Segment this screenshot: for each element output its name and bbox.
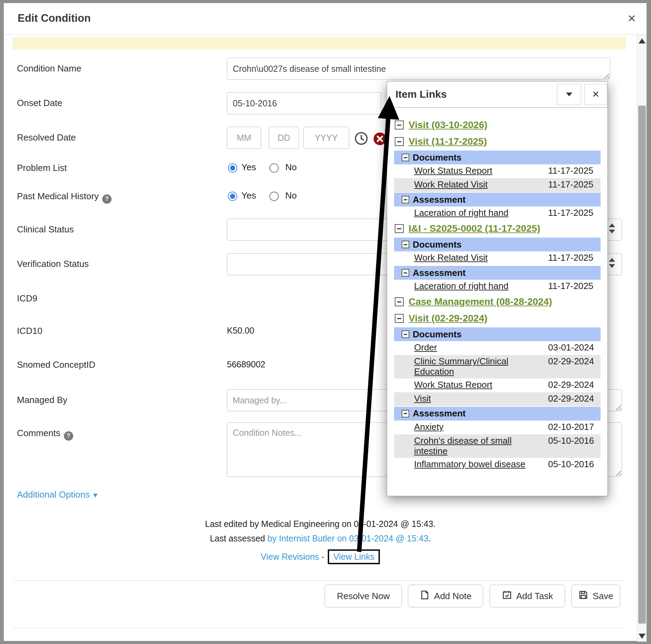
problem-list-yes-radio[interactable] [228, 163, 237, 173]
scrollbar-thumb[interactable] [638, 106, 646, 624]
tree-item-link[interactable]: Anxiety [414, 422, 443, 432]
scroll-down-icon[interactable] [639, 634, 645, 639]
linked-group-link[interactable]: Visit (02-29-2024) [409, 313, 487, 324]
onset-date-input[interactable] [227, 92, 381, 114]
save-button[interactable]: Save [571, 585, 620, 607]
resolved-month-input[interactable] [227, 127, 261, 149]
problem-list-no-radio[interactable] [269, 163, 279, 173]
tree-section-label: Assessment [413, 408, 466, 419]
add-note-button[interactable]: Add Note [408, 585, 483, 607]
collapse-icon[interactable] [395, 297, 404, 306]
last-assessed-suffix: . [428, 534, 431, 543]
linked-group-link[interactable]: I&I - S2025-0002 (11-17-2025) [409, 223, 540, 234]
help-icon[interactable]: ? [102, 194, 112, 204]
time-picker-icon[interactable] [354, 132, 368, 145]
select-stepper-icon[interactable] [609, 258, 616, 268]
condition-name-input[interactable] [227, 58, 610, 80]
linked-group-link[interactable]: Case Management (08-28-2024) [409, 296, 552, 307]
vertical-scrollbar[interactable] [637, 35, 647, 642]
tree-item-date: 11-17-2025 [548, 166, 601, 176]
help-icon[interactable]: ? [64, 431, 73, 441]
collapse-icon[interactable] [402, 269, 409, 277]
tree-item-date: 02-29-2024 [548, 356, 601, 367]
tree-section: DocumentsWork Status Report11-17-2025Wor… [394, 151, 601, 192]
tree-section-label: Documents [413, 152, 462, 163]
collapse-icon[interactable] [402, 410, 409, 417]
icd10-label: ICD10 [17, 326, 42, 336]
tree-root-row: Visit (11-17-2025) [394, 133, 601, 150]
tree-item-link[interactable]: Work Related Visit [414, 179, 488, 190]
past-medical-history-no-radio[interactable] [269, 192, 279, 201]
tree-item-name: Clinic Summary/Clinical Education [414, 356, 548, 377]
tree-item-link[interactable]: Crohn's disease of small intestine [414, 435, 511, 456]
past-medical-history-label: Past Medical History? [17, 191, 112, 204]
tree-section-label: Assessment [413, 268, 466, 278]
tree-root-row: Visit (03-10-2026) [394, 117, 601, 133]
tree-section: DocumentsOrder03-01-2024Clinic Summary/C… [394, 327, 601, 406]
item-links-title: Item Links [395, 88, 447, 100]
tree-section: AssessmentAnxiety02-10-2017Crohn's disea… [394, 407, 601, 472]
resolved-day-input[interactable] [269, 127, 299, 149]
divider [13, 628, 626, 628]
close-icon[interactable]: ✕ [628, 12, 636, 25]
item-links-tree: Visit (03-10-2026)Visit (11-17-2025)Docu… [387, 108, 607, 496]
collapse-icon[interactable] [395, 137, 404, 146]
onset-date-label: Onset Date [17, 98, 63, 108]
popup-close-button[interactable]: ✕ [584, 84, 607, 105]
tree-section-header: Assessment [394, 193, 601, 206]
tree-item-link[interactable]: Inflammatory bowel disease [414, 459, 525, 469]
resolved-year-input[interactable] [303, 127, 349, 149]
select-stepper-icon[interactable] [609, 223, 616, 233]
tree-section-items: Laceration of right hand11-17-2025 [394, 206, 601, 220]
tree-item-link[interactable]: Laceration of right hand [414, 281, 508, 291]
scroll-up-icon[interactable] [639, 38, 645, 44]
tree-item-row: Crohn's disease of small intestine05-10-… [394, 434, 601, 458]
add-note-label: Add Note [434, 591, 471, 602]
last-assessed-text: Last assessed by Internist Butler on 03-… [4, 534, 637, 544]
tree-item-row: Laceration of right hand11-17-2025 [394, 280, 601, 294]
tree-item-link[interactable]: Work Status Report [414, 379, 492, 390]
tree-group: Visit (11-17-2025)DocumentsWork Status R… [394, 133, 601, 220]
linked-group-link[interactable]: Visit (11-17-2025) [409, 136, 487, 147]
modal-title: Edit Condition [18, 12, 91, 25]
collapse-icon[interactable] [395, 121, 404, 129]
popup-collapse-button[interactable] [557, 84, 581, 105]
tree-item-link[interactable]: Visit [414, 393, 431, 404]
tree-item-link[interactable]: Order [414, 342, 437, 353]
tree-item-name: Visit [414, 394, 548, 404]
collapse-icon[interactable] [402, 241, 409, 248]
tree-section-header: Documents [394, 327, 601, 341]
snomed-label: Snomed ConceptID [17, 359, 95, 370]
collapse-icon[interactable] [395, 314, 404, 323]
view-revisions-link[interactable]: View Revisions [261, 552, 319, 561]
tree-item-link[interactable]: Work Status Report [414, 165, 492, 176]
collapse-icon[interactable] [395, 224, 404, 233]
view-links-link[interactable]: View Links [333, 552, 374, 561]
add-task-button[interactable]: Add Task [490, 585, 565, 607]
tree-item-link[interactable]: Work Related Visit [414, 252, 488, 263]
last-assessed-link[interactable]: by Internist Butler on 03-01-2024 @ 15:4… [267, 534, 428, 543]
clear-date-icon[interactable] [373, 132, 387, 146]
clinical-status-label: Clinical Status [17, 224, 74, 235]
additional-options-label: Additional Options [17, 489, 90, 500]
collapse-icon[interactable] [402, 330, 409, 338]
link-separator: - [322, 552, 324, 561]
tree-item-row: Work Related Visit11-17-2025 [394, 178, 601, 192]
tree-item-name: Anxiety [414, 422, 548, 432]
additional-options-link[interactable]: Additional Options▼ [17, 489, 99, 500]
tree-item-link[interactable]: Clinic Summary/Clinical Education [414, 356, 508, 377]
tree-section-header: Assessment [394, 407, 601, 421]
tree-section-header: Documents [394, 151, 601, 164]
tree-item-link[interactable]: Laceration of right hand [414, 208, 508, 218]
collapse-icon[interactable] [402, 196, 409, 203]
collapse-icon[interactable] [402, 154, 409, 161]
divider [13, 580, 626, 581]
view-links-highlight-box: View Links [328, 549, 380, 564]
tree-root-row: Case Management (08-28-2024) [394, 294, 601, 310]
past-medical-history-yes-radio[interactable] [228, 192, 237, 201]
tree-item-date: 11-17-2025 [548, 180, 601, 190]
linked-group-link[interactable]: Visit (03-10-2026) [409, 119, 487, 131]
resolve-now-button[interactable]: Resolve Now [325, 585, 402, 607]
problem-list-no-label: No [285, 162, 297, 173]
tree-section-label: Assessment [413, 194, 466, 205]
